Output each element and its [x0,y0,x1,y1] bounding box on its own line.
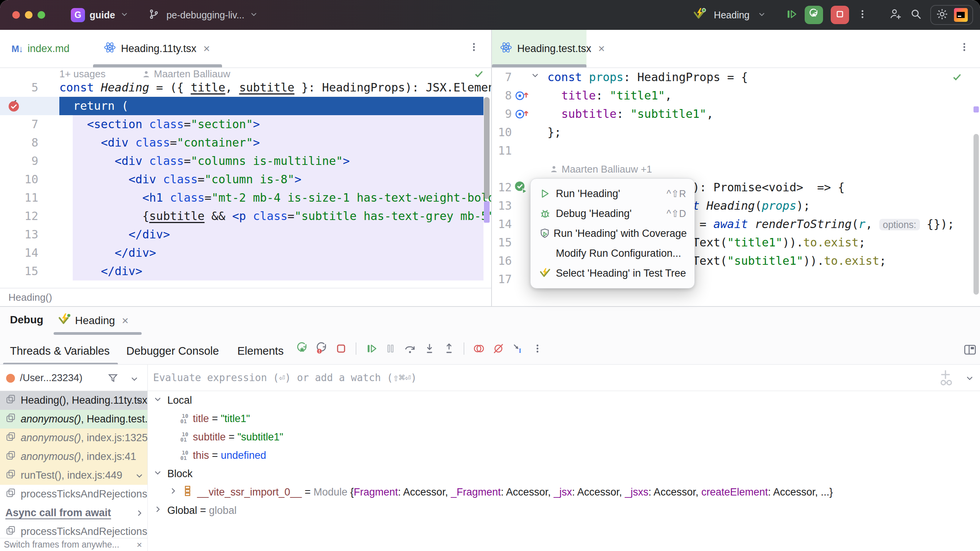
close-session-icon[interactable]: × [122,314,129,327]
add-watch-icon[interactable] [936,368,958,388]
layout-settings-icon[interactable] [963,343,977,358]
minimize-window-button[interactable] [25,11,33,19]
scope-row-global[interactable]: Global = global [148,501,980,520]
rerun-button[interactable] [296,342,309,355]
line-number[interactable]: 5 [0,78,38,97]
line-number[interactable]: 12 [0,207,38,225]
editor-heading-11ty[interactable]: 1+ usages Maarten Balliauw 5const Headin… [0,68,491,288]
settings-gear-icon[interactable] [936,8,949,22]
pause-button[interactable] [384,342,397,355]
search-everywhere-icon[interactable] [910,8,923,22]
menu-item-run-heading-with-coverage[interactable]: Run 'Heading' with Coverage [531,223,694,243]
debug-session-tab[interactable]: Heading × [57,307,129,334]
frame-row[interactable]: anonymous(), Heading.test.tsx:13 [0,410,147,429]
line-number[interactable]: 9 [0,152,38,170]
frame-row[interactable]: anonymous(), index.js:1325 [0,429,147,447]
more-actions-icon[interactable] [857,8,868,21]
line-number[interactable]: 8 [0,134,38,152]
tab-index-md[interactable]: M↓ index.md [4,30,77,67]
step-over-button[interactable] [403,342,416,355]
chevron-down-icon[interactable] [153,394,163,407]
stop-button[interactable] [831,6,849,24]
line-number[interactable]: 15 [0,262,38,280]
resume-program-icon[interactable] [785,8,797,22]
chevron-right-icon[interactable] [134,508,144,521]
line-number[interactable]: 7 [492,68,512,86]
evaluate-expression-input[interactable]: Evaluate expression (⏎) or add a watch (… [153,365,417,391]
mute-breakpoints-button[interactable] [492,342,505,355]
fold-chevron-icon[interactable] [530,70,540,80]
chevron-down-icon[interactable] [153,468,163,480]
project-name[interactable]: guide [90,10,115,21]
line-number[interactable]: 9 [492,105,512,123]
resume-button[interactable] [364,342,377,355]
line-number[interactable]: 14 [492,215,512,233]
fullscreen-window-button[interactable] [38,11,45,19]
test-passed-run-icon[interactable] [514,181,528,194]
line-number[interactable]: 13 [0,225,38,244]
line-number[interactable]: 11 [492,142,512,160]
project-avatar[interactable]: G [71,8,85,22]
run-config-name[interactable]: Heading [714,10,750,21]
step-into-button[interactable] [423,342,436,355]
variable-row[interactable]: 1001subtitle = "subtitle1" [148,428,980,446]
line-number[interactable]: 13 [492,197,512,215]
thread-selector[interactable]: /User...23234) [20,365,82,391]
line-number[interactable]: 8 [492,86,512,105]
line-number[interactable]: 14 [0,244,38,262]
frame-row[interactable]: processTicksAndRejections() [0,485,147,504]
frame-row[interactable]: anonymous(), index.js:41 [0,447,147,466]
branch-name[interactable]: pe-debugging-liv... [167,10,245,21]
close-tab-icon[interactable]: × [203,42,210,55]
async-frames-separator[interactable]: Async call from await [0,504,147,522]
scope-row-local[interactable]: Local [148,391,980,409]
chevron-right-icon[interactable] [153,504,163,517]
rerun-debug-button[interactable] [805,6,823,24]
scrollbar-thumb[interactable] [484,97,490,199]
close-hint-icon[interactable]: × [137,540,142,550]
expand-watches-icon[interactable] [965,373,975,385]
scope-row-block[interactable]: Block [148,465,980,483]
menu-item-run-heading[interactable]: Run 'Heading'^⇧R [531,184,694,204]
tab-elements[interactable]: Elements [237,340,284,362]
chevron-down-icon[interactable] [129,374,139,385]
tab-heading-11ty-tsx[interactable]: Heading.11ty.tsx × [96,30,218,67]
chevron-down-icon[interactable] [134,396,144,408]
line-number[interactable]: 12 [492,178,512,197]
step-out-button[interactable] [443,342,456,355]
frame-row[interactable]: processTicksAndRejections() [0,522,147,538]
close-window-button[interactable] [12,11,20,19]
tab-options-icon[interactable] [468,41,480,54]
menu-item-select-heading-in-test-tree[interactable]: Select 'Heading' in Test Tree [531,263,694,283]
rerun-failed-button[interactable] [315,342,328,355]
variable-row[interactable]: 1001title = "title1" [148,409,980,428]
debug-toolwindow-title[interactable]: Debug [10,314,43,326]
line-number[interactable]: 10 [0,170,38,189]
chevron-down-icon[interactable] [134,471,144,483]
close-tab-icon[interactable]: × [598,42,605,55]
tab-options-icon[interactable] [959,41,970,54]
line-number[interactable]: 7 [0,115,38,134]
breakpoint-icon[interactable] [7,98,21,113]
frame-row[interactable]: runTest(), index.js:449 [0,466,147,485]
line-number[interactable]: 11 [0,189,38,207]
traffic-lights[interactable] [12,11,45,19]
tab-debugger-console[interactable]: Debugger Console [126,340,219,362]
line-number[interactable]: 16 [492,252,512,270]
tab-heading-test-tsx[interactable]: Heading.test.tsx × [492,30,586,67]
line-number[interactable]: 17 [492,270,512,289]
scrollbar-thumb[interactable] [973,134,979,295]
inline-watch-icon[interactable] [515,107,530,120]
jetbrains-logo[interactable] [954,8,968,22]
more-button[interactable] [531,342,544,355]
filter-frames-icon[interactable] [107,372,119,385]
line-number[interactable]: 10 [492,123,512,142]
variable-row[interactable]: __vite_ssr_import_0__ = Module {Fragment… [148,483,980,501]
view-breakpoints-button[interactable] [472,342,485,355]
inline-watch-icon[interactable] [515,89,530,102]
chevron-right-icon[interactable] [168,486,178,499]
tab-threads-variables[interactable]: Threads & Variables [10,340,110,362]
show-exec-point-button[interactable]: I [511,342,524,355]
stop-button[interactable] [335,342,348,355]
frame-row[interactable]: Heading(), Heading.11ty.tsx:6 [0,391,147,410]
